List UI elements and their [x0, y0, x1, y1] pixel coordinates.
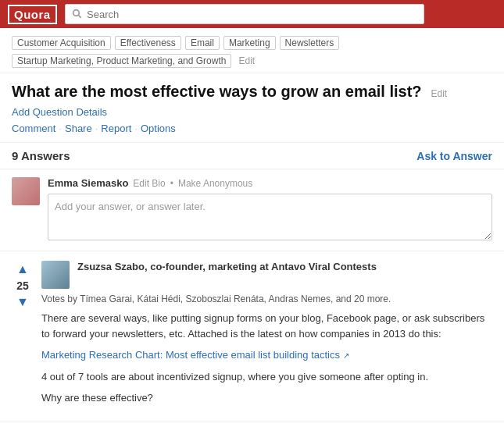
- edit-bio-link[interactable]: Edit Bio: [133, 178, 165, 189]
- votes-line: Votes by Tímea Garai, Kátai Hédi, Szobos…: [41, 294, 492, 304]
- ask-to-answer-button[interactable]: Ask to Answer: [416, 150, 492, 162]
- answer-author-info: Zsuzsa Szabo, co-founder, marketing at A…: [77, 261, 492, 272]
- external-link-icon: ↗: [343, 351, 349, 360]
- answerer-name: Emma Siemasko: [48, 177, 128, 189]
- dot-separator: •: [170, 178, 173, 189]
- answer-chart-link[interactable]: Marketing Research Chart: Most effective…: [41, 349, 340, 361]
- answer-paragraph-3: Why are these effective?: [41, 390, 492, 406]
- question-edit-link[interactable]: Edit: [431, 88, 447, 99]
- search-icon: [72, 9, 82, 20]
- answers-count: 9 Answers: [12, 149, 70, 162]
- quora-logo[interactable]: Quora: [8, 5, 57, 24]
- tag-effectiveness[interactable]: Effectiveness: [115, 36, 181, 50]
- tags-area: Customer Acquisition Effectiveness Email…: [0, 28, 504, 73]
- answer-paragraph-2: 4 out of 7 tools are about incentivized …: [41, 369, 492, 385]
- tag-customer-acquisition[interactable]: Customer Acquisition: [12, 36, 111, 50]
- sep3: ·: [134, 123, 138, 134]
- tag-newsletters[interactable]: Newsletters: [280, 36, 340, 50]
- svg-line-1: [78, 15, 80, 17]
- vote-count: 25: [16, 279, 29, 292]
- sep2: ·: [95, 123, 98, 134]
- answer-link-paragraph: Marketing Research Chart: Most effective…: [41, 347, 492, 363]
- question-title: What are the most effective ways to grow…: [12, 83, 422, 100]
- answerer-block: Emma Siemasko Edit Bio • Make Anonymous …: [48, 177, 492, 243]
- question-actions: Comment · Share · Report · Options: [12, 123, 492, 134]
- answer-textarea[interactable]: Add your answer, or answer later.: [48, 194, 492, 240]
- svg-point-0: [73, 10, 79, 16]
- answer-content: Zsuzsa Szabo, co-founder, marketing at A…: [41, 261, 492, 412]
- answer-author-row: Zsuzsa Szabo, co-founder, marketing at A…: [41, 261, 492, 289]
- search-bar: [65, 4, 424, 24]
- tags-row: Customer Acquisition Effectiveness Email…: [12, 36, 492, 68]
- answerer-avatar-img: [12, 177, 40, 205]
- answers-header: 9 Answers Ask to Answer: [0, 142, 504, 169]
- add-question-details-link[interactable]: Add Question Details: [12, 106, 492, 118]
- options-link[interactable]: Options: [141, 123, 176, 134]
- answer-author-avatar: [41, 261, 70, 289]
- search-input[interactable]: [87, 9, 417, 20]
- comment-link[interactable]: Comment: [12, 123, 55, 134]
- report-link[interactable]: Report: [101, 123, 131, 134]
- answer-entry: ▲ 25 ▼ Zsuzsa Szabo, co-founder, marketi…: [0, 251, 504, 422]
- answer-text: There are several ways, like putting sig…: [41, 311, 492, 406]
- header: Quora: [0, 0, 504, 28]
- vote-column: ▲ 25 ▼: [12, 261, 34, 412]
- vote-up-button[interactable]: ▲: [14, 261, 31, 278]
- question-area: What are the most effective ways to grow…: [0, 73, 504, 142]
- tags-edit-link[interactable]: Edit: [238, 55, 255, 66]
- tag-email[interactable]: Email: [185, 36, 220, 50]
- answer-box-area: Emma Siemasko Edit Bio • Make Anonymous …: [0, 169, 504, 251]
- answerer-name-row: Emma Siemasko Edit Bio • Make Anonymous: [48, 177, 492, 189]
- answer-author-name[interactable]: Zsuzsa Szabo, co-founder, marketing at A…: [77, 261, 492, 272]
- share-link[interactable]: Share: [65, 123, 92, 134]
- make-anonymous-link[interactable]: Make Anonymous: [178, 178, 252, 189]
- tag-marketing[interactable]: Marketing: [223, 36, 276, 50]
- sep1: ·: [59, 123, 62, 134]
- tag-startup-marketing[interactable]: Startup Marketing, Product Marketing, an…: [12, 54, 231, 68]
- answer-paragraph-1: There are several ways, like putting sig…: [41, 311, 492, 341]
- answerer-avatar: [12, 177, 40, 205]
- vote-down-button[interactable]: ▼: [14, 294, 31, 311]
